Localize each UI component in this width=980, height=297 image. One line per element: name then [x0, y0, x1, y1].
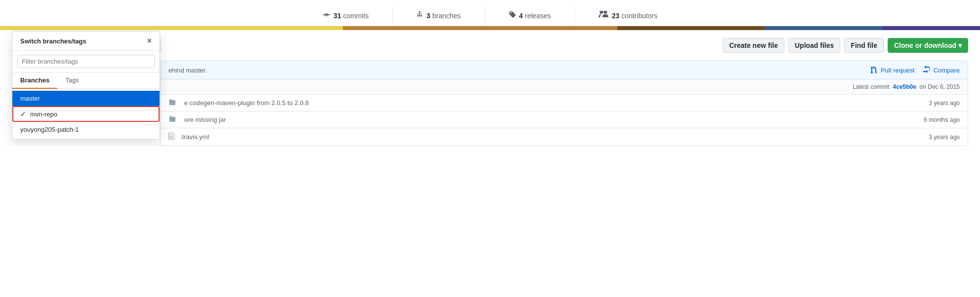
compare-link[interactable]: Compare	[923, 66, 960, 74]
create-new-file-button[interactable]: Create new file	[723, 38, 784, 53]
commits-icon	[323, 11, 330, 21]
branch-item-label: mvn-repo	[30, 111, 57, 118]
clone-or-download-button[interactable]: Clone or download ▾	[888, 38, 968, 53]
contribution-bar	[0, 26, 980, 30]
file-row: .travis.yml 3 years ago	[160, 128, 968, 146]
branches-stat[interactable]: 3 branches	[393, 6, 485, 26]
compare-label: Compare	[934, 67, 960, 74]
commits-count: 31 commits	[333, 12, 369, 20]
branch-item-label: master	[20, 95, 40, 102]
contrib-segment-1	[343, 26, 617, 30]
dropdown-search-area	[12, 51, 160, 73]
branch-item-mvn-repo[interactable]: ✓ mvn-repo	[12, 106, 160, 122]
file-commit-message-0: e codegen-maven-plugin from 2.0.5 to 2.0…	[184, 99, 929, 107]
branch-behind-message: ehind master.	[168, 67, 207, 74]
upload-files-button[interactable]: Upload files	[788, 38, 840, 53]
contrib-segment-3	[765, 26, 882, 30]
pull-request-link[interactable]: Pull request	[871, 66, 915, 74]
dropdown-tabs: Branches Tags	[12, 73, 160, 89]
pull-request-label: Pull request	[881, 67, 915, 74]
content-area: Switch branches/tags × Branches Tags mas…	[0, 61, 980, 146]
toolbar-right: Create new file Upload files Find file C…	[723, 38, 968, 53]
tag-icon	[509, 11, 516, 21]
releases-count: 4 releases	[519, 12, 551, 20]
commit-hash[interactable]: 4ce5b0e	[893, 83, 916, 90]
file-icon-name	[168, 99, 176, 107]
branch-item-youyong205[interactable]: youyong205-patch-1	[12, 122, 160, 137]
dropdown-header: Switch branches/tags ×	[12, 32, 160, 51]
branches-count: 3 branches	[427, 12, 461, 20]
file-icon-name	[168, 115, 176, 124]
commits-stat[interactable]: 31 commits	[299, 6, 393, 26]
branch-info-actions: Pull request Compare	[871, 66, 960, 74]
branches-icon	[417, 11, 424, 21]
file-commit-message-1: ore missing jar	[184, 116, 924, 123]
chevron-down-icon: ▾	[958, 41, 962, 49]
latest-commit-label: Latest commit 4ce5b0e on Dec 6, 2015	[853, 83, 960, 90]
file-row: ore missing jar 6 months ago	[160, 111, 968, 128]
branch-item-master[interactable]: master	[12, 91, 160, 106]
contributors-count: 23 contributors	[612, 12, 657, 20]
dropdown-items: master ✓ mvn-repo youyong205-patch-1	[12, 89, 160, 139]
branch-dropdown: Switch branches/tags × Branches Tags mas…	[12, 31, 160, 140]
file-age-0: 3 years ago	[929, 100, 960, 107]
find-file-button[interactable]: Find file	[844, 38, 884, 53]
file-icon	[168, 132, 174, 142]
contrib-segment-4	[882, 26, 980, 30]
branch-info-bar: ehind master. Pull request Compare	[160, 61, 968, 79]
stats-bar: 31 commits 3 branches 4 releases 23 cont…	[0, 0, 980, 26]
branch-item-label: youyong205-patch-1	[20, 126, 79, 133]
folder-icon	[168, 115, 176, 124]
contributors-icon	[599, 11, 609, 21]
file-age-1: 6 months ago	[924, 116, 960, 123]
dropdown-title: Switch branches/tags	[20, 37, 86, 45]
file-icon-name: .travis.yml	[168, 132, 209, 142]
contrib-segment-2	[617, 26, 765, 30]
latest-commit-bar: Latest commit 4ce5b0e on Dec 6, 2015	[160, 79, 968, 95]
close-icon[interactable]: ×	[147, 37, 152, 45]
tab-branches[interactable]: Branches	[12, 73, 57, 89]
file-row: e codegen-maven-plugin from 2.0.5 to 2.0…	[160, 95, 968, 111]
contributors-stat[interactable]: 23 contributors	[575, 6, 681, 26]
releases-stat[interactable]: 4 releases	[485, 6, 575, 26]
filter-input[interactable]	[17, 55, 155, 68]
file-name: .travis.yml	[180, 133, 209, 141]
clone-label: Clone or download	[894, 41, 956, 49]
contrib-segment-0	[0, 26, 343, 30]
checkmark-icon: ✓	[20, 110, 26, 118]
file-age-2: 3 years ago	[929, 134, 960, 141]
tab-tags[interactable]: Tags	[57, 73, 86, 88]
folder-icon	[168, 99, 176, 107]
